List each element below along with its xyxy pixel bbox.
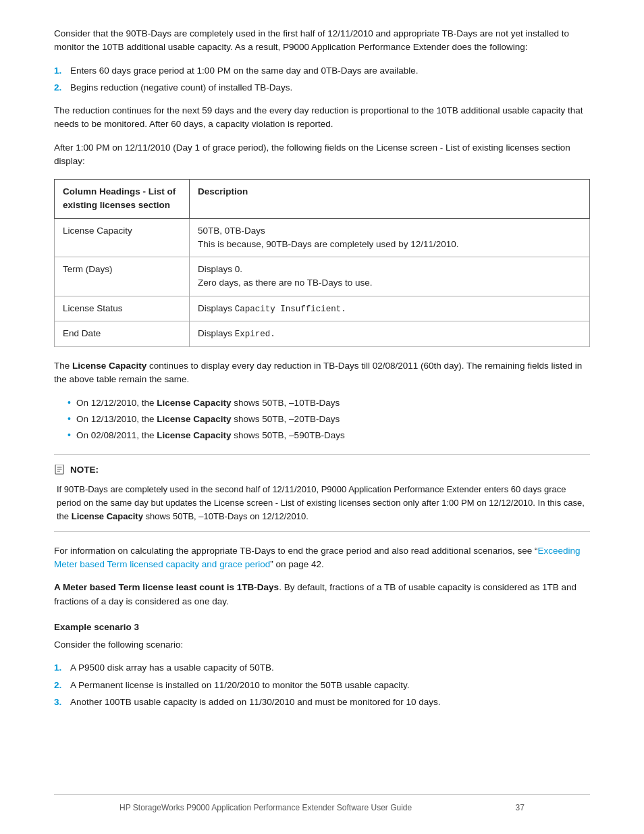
bullet1-text: On 12/12/2010, the License Capacity show… <box>76 396 340 410</box>
note-bold: License Capacity <box>72 511 143 521</box>
bullet1-bold: License Capacity <box>157 398 231 408</box>
example-text-1: A P9500 disk array has a usable capacity… <box>70 661 274 675</box>
para-3: After 1:00 PM on 12/11/2010 (Day 1 of gr… <box>54 141 590 169</box>
table-cell-row4-col2: Displays Expired. <box>190 321 590 347</box>
table-row1-line1: 50TB, 0TB-Days <box>198 226 265 236</box>
table-cell-row2-col2: Displays 0. Zero days, as there are no T… <box>190 257 590 296</box>
example-list: 1. A P9500 disk array has a usable capac… <box>54 661 590 709</box>
table-col1-header: Column Headings - List of existing licen… <box>55 180 190 219</box>
intro-paragraph: Consider that the 90TB-Days are complete… <box>54 27 590 55</box>
example-text-2: A Permanent license is installed on 11/2… <box>70 679 410 692</box>
list-text-2: Begins reduction (negative count) of ins… <box>70 81 292 95</box>
table-cell-row4-col1: End Date <box>55 321 190 347</box>
example-num-2: 2. <box>54 679 65 692</box>
page-number: 37 <box>516 803 525 812</box>
table-row2-line2: Zero days, as there are no TB-Days to us… <box>198 278 373 288</box>
example-list-item-3: 3. Another 100TB usable capacity is adde… <box>54 696 590 709</box>
table-cell-row1-col2: 50TB, 0TB-Days This is because, 90TB-Day… <box>190 218 590 257</box>
para4-pre: The <box>54 361 72 371</box>
license-table: Column Headings - List of existing licen… <box>54 179 590 347</box>
table-row-3: License Status Displays Capacity Insuffi… <box>55 296 590 321</box>
table-cell-row3-col2: Displays Capacity Insufficient. <box>190 296 590 321</box>
bullet3-text: On 02/08/2011, the License Capacity show… <box>76 429 345 442</box>
page: Consider that the 90TB-Days are complete… <box>0 0 644 834</box>
list-num-2: 2. <box>54 81 65 95</box>
note-header: NOTE: <box>54 463 590 477</box>
note-icon <box>54 465 66 475</box>
para5-pre: For information on calculating the appro… <box>54 546 537 556</box>
note-content: If 90TB-Days are completely used in the … <box>54 483 590 523</box>
table-row-1: License Capacity 50TB, 0TB-Days This is … <box>55 218 590 257</box>
page-footer: HP StorageWorks P9000 Application Perfor… <box>54 794 590 814</box>
bullet-list: On 12/12/2010, the License Capacity show… <box>68 396 590 443</box>
para-6: A Meter based Term license least count i… <box>54 581 590 608</box>
bullet-item-1: On 12/12/2010, the License Capacity show… <box>68 396 590 410</box>
list-item-1: 1. Enters 60 days grace period at 1:00 P… <box>54 64 590 78</box>
example-num-3: 3. <box>54 696 65 709</box>
example-list-item-1: 1. A P9500 disk array has a usable capac… <box>54 661 590 675</box>
list-item-2: 2. Begins reduction (negative count) of … <box>54 81 590 95</box>
table-row4-code: Expired. <box>235 330 275 339</box>
para5-suffix: ” on page 42. <box>270 559 324 569</box>
list-num-1: 1. <box>54 64 65 78</box>
example-list-item-2: 2. A Permanent license is installed on 1… <box>54 679 590 692</box>
table-row4-pre: Displays <box>198 328 235 338</box>
footer-text: HP StorageWorks P9000 Application Perfor… <box>119 803 412 812</box>
table-cell-row2-col1: Term (Days) <box>55 257 190 296</box>
para6-bold: A Meter based Term license least count i… <box>54 582 279 592</box>
example-text-3: Another 100TB usable capacity is added o… <box>70 696 441 709</box>
para-5: For information on calculating the appro… <box>54 544 590 572</box>
table-cell-row3-col1: License Status <box>55 296 190 321</box>
bullet-item-2: On 12/13/2010, the License Capacity show… <box>68 413 590 426</box>
example-intro: Consider the following scenario: <box>54 638 590 652</box>
table-row3-code: Capacity Insufficient. <box>235 305 346 314</box>
list-text-1: Enters 60 days grace period at 1:00 PM o… <box>70 64 419 78</box>
example-num-1: 1. <box>54 661 65 675</box>
table-row-4: End Date Displays Expired. <box>55 321 590 347</box>
bullet3-bold: License Capacity <box>157 430 231 440</box>
bullet-item-3: On 02/08/2011, the License Capacity show… <box>68 429 590 442</box>
table-row2-line1: Displays 0. <box>198 264 242 274</box>
table-row3-pre: Displays <box>198 303 235 313</box>
note-label: NOTE: <box>70 463 99 477</box>
list-1: 1. Enters 60 days grace period at 1:00 P… <box>54 64 590 95</box>
para4-bold: License Capacity <box>72 361 146 371</box>
table-col2-header: Description <box>190 180 590 219</box>
note-text-suffix: shows 50TB, –10TB-Days on 12/12/2010. <box>143 511 308 521</box>
table-row-2: Term (Days) Displays 0. Zero days, as th… <box>55 257 590 296</box>
example-heading: Example scenario 3 <box>54 621 590 634</box>
table-cell-row1-col1: License Capacity <box>55 218 190 257</box>
para-2: The reduction continues for the next 59 … <box>54 104 590 132</box>
bullet2-text: On 12/13/2010, the License Capacity show… <box>76 413 340 426</box>
para-4: The License Capacity continues to displa… <box>54 359 590 387</box>
bullet2-bold: License Capacity <box>157 414 231 424</box>
note-box: NOTE: If 90TB-Days are completely used i… <box>54 454 590 532</box>
table-row1-line2: This is because, 90TB-Days are completel… <box>198 239 458 249</box>
